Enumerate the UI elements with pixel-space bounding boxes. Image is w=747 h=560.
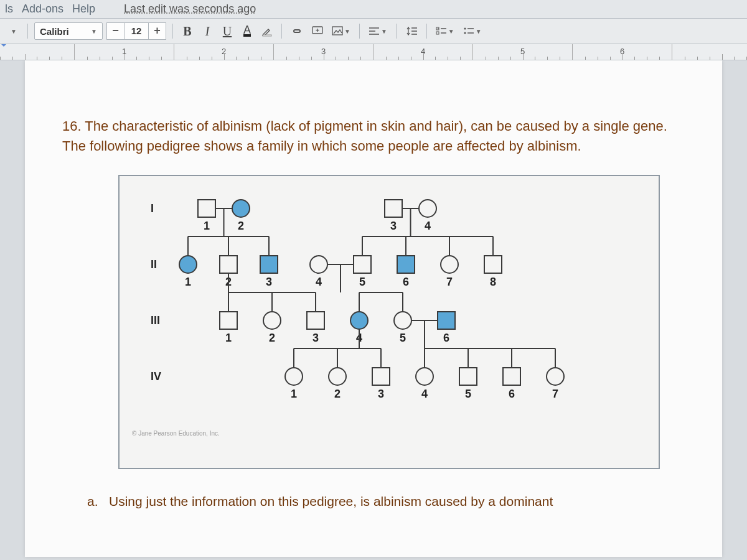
svg-rect-28 — [385, 200, 402, 217]
svg-point-54 — [350, 312, 368, 329]
svg-text:4: 4 — [316, 276, 322, 288]
checklist-button[interactable]: ▼ — [433, 23, 457, 39]
sub-question-letter: a. — [87, 494, 98, 508]
font-size-group: − 12 + — [106, 22, 166, 40]
svg-rect-70 — [503, 368, 520, 385]
pedigree-figure: IIIIIIIV1234123456781234561234567 © Jane… — [118, 175, 660, 469]
svg-point-66 — [416, 368, 433, 385]
svg-text:7: 7 — [552, 388, 558, 400]
menu-bar: ls Add-ons Help Last edit was seconds ag… — [0, 0, 747, 18]
checklist-icon — [436, 27, 447, 35]
sub-question-body: Using just the information on this pedig… — [109, 494, 553, 508]
svg-text:1: 1 — [291, 388, 297, 400]
svg-rect-42 — [397, 256, 415, 273]
styles-dropdown[interactable]: ▼ — [5, 23, 21, 39]
svg-point-30 — [419, 200, 436, 217]
svg-text:8: 8 — [490, 276, 496, 288]
svg-rect-58 — [438, 312, 455, 329]
image-icon — [332, 26, 343, 36]
line-spacing-icon — [405, 26, 418, 36]
italic-button[interactable]: I — [199, 23, 215, 39]
svg-text:6: 6 — [443, 332, 449, 344]
question-number: 16. — [62, 118, 82, 134]
svg-text:6: 6 — [403, 276, 409, 288]
underline-button[interactable]: U — [219, 23, 235, 39]
toolbar-separator — [27, 24, 28, 39]
font-family-value: Calibri — [40, 26, 69, 37]
text-color-button[interactable]: A — [239, 23, 255, 39]
question-text[interactable]: 16. The characteristic of albinism (lack… — [62, 116, 685, 156]
svg-point-60 — [285, 368, 303, 385]
svg-point-62 — [329, 368, 346, 385]
svg-text:3: 3 — [378, 388, 384, 400]
svg-text:5: 5 — [465, 388, 471, 400]
insert-image-button[interactable]: ▼ — [329, 23, 353, 39]
toolbar-separator — [359, 24, 360, 39]
svg-text:IV: IV — [151, 370, 161, 383]
insert-link-button[interactable] — [288, 23, 306, 39]
line-spacing-button[interactable] — [403, 23, 420, 39]
svg-rect-36 — [260, 256, 278, 273]
svg-point-32 — [179, 256, 197, 273]
menu-item-tools-fragment[interactable]: ls — [5, 2, 13, 16]
svg-rect-52 — [307, 312, 324, 329]
bullet-list-icon — [463, 27, 474, 35]
svg-rect-64 — [372, 368, 390, 385]
svg-text:5: 5 — [359, 276, 365, 288]
svg-point-44 — [441, 256, 458, 273]
highlight-color-button[interactable] — [259, 23, 275, 39]
svg-text:1: 1 — [225, 332, 232, 344]
font-size-increase[interactable]: + — [149, 22, 166, 40]
toolbar-separator — [172, 24, 173, 39]
menu-item-help[interactable]: Help — [72, 2, 95, 16]
svg-rect-24 — [198, 200, 215, 217]
svg-text:III: III — [151, 314, 160, 327]
svg-rect-34 — [220, 256, 237, 273]
link-icon — [291, 27, 303, 35]
svg-text:7: 7 — [446, 276, 453, 288]
svg-point-26 — [232, 200, 250, 217]
svg-text:3: 3 — [390, 220, 397, 232]
svg-point-50 — [263, 312, 281, 329]
bulleted-list-button[interactable]: ▼ — [461, 23, 484, 39]
align-button[interactable]: ▼ — [366, 23, 390, 39]
toolbar-separator — [426, 24, 427, 39]
svg-text:6: 6 — [509, 388, 515, 400]
chevron-down-icon: ▼ — [476, 28, 482, 35]
svg-text:4: 4 — [425, 220, 431, 232]
document-canvas[interactable]: 16. The characteristic of albinism (lack… — [0, 60, 747, 557]
svg-rect-68 — [459, 368, 477, 385]
document-page[interactable]: 16. The characteristic of albinism (lack… — [25, 60, 722, 557]
svg-rect-14 — [436, 32, 439, 34]
svg-rect-40 — [354, 256, 371, 273]
horizontal-ruler[interactable]: 123456 — [0, 44, 747, 60]
pedigree-diagram: IIIIIIIV1234123456781234561234567 — [132, 184, 580, 426]
question-body: The characteristic of albinism (lack of … — [62, 118, 667, 154]
svg-text:2: 2 — [269, 332, 275, 344]
svg-rect-48 — [220, 312, 237, 329]
chevron-down-icon: ▼ — [448, 28, 454, 35]
formatting-toolbar: ▼ Calibri ▼ − 12 + B I U A ▼ ▼ ▼ — [0, 18, 747, 44]
svg-text:II: II — [151, 258, 157, 271]
svg-text:2: 2 — [238, 220, 244, 232]
font-family-select[interactable]: Calibri ▼ — [34, 22, 103, 40]
comment-plus-icon — [312, 26, 323, 37]
svg-point-16 — [464, 27, 466, 29]
font-size-decrease[interactable]: − — [106, 22, 124, 40]
last-edit-link[interactable]: Last edit was seconds ago — [124, 2, 256, 16]
sub-question-text[interactable]: a. Using just the information on this pe… — [87, 494, 685, 509]
svg-text:3: 3 — [312, 332, 319, 344]
chevron-down-icon: ▼ — [344, 28, 350, 35]
chevron-down-icon: ▼ — [91, 28, 97, 35]
insert-comment-button[interactable] — [309, 23, 326, 39]
svg-point-56 — [394, 312, 411, 329]
align-left-icon — [369, 27, 380, 35]
svg-text:I: I — [151, 202, 154, 215]
font-size-input[interactable]: 12 — [124, 22, 149, 40]
bold-button[interactable]: B — [179, 23, 195, 39]
svg-text:1: 1 — [204, 220, 210, 232]
svg-text:1: 1 — [185, 276, 191, 288]
menu-item-addons[interactable]: Add-ons — [22, 2, 63, 16]
highlighter-icon — [261, 26, 273, 37]
svg-rect-0 — [263, 35, 271, 36]
